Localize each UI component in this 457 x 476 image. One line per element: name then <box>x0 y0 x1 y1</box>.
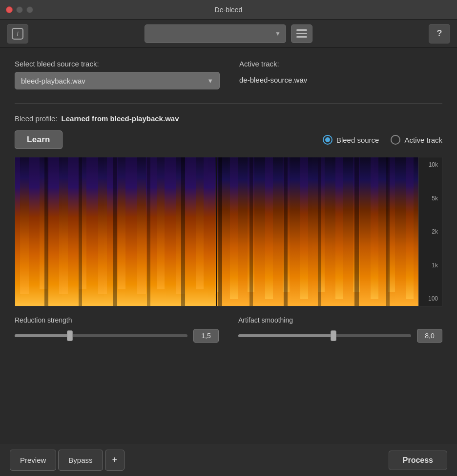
active-track-value: de-bleed-source.wav <box>239 72 307 84</box>
reduction-slider-row: 1,5 <box>15 329 219 343</box>
artifact-slider-value[interactable]: 8,0 <box>417 329 442 343</box>
active-track-label: Active track: <box>239 60 307 68</box>
radio-bleed-source-circle <box>323 135 332 145</box>
radio-bleed-source-label: Bleed source <box>336 136 379 144</box>
radio-active-track-label: Active track <box>404 136 442 144</box>
sliders-section: Reduction strength 1,5 Artifact smoothin… <box>15 316 442 343</box>
artifact-slider-track[interactable] <box>238 334 411 337</box>
close-button[interactable] <box>6 6 13 13</box>
minimize-button[interactable] <box>16 6 23 13</box>
svg-rect-17 <box>147 157 150 306</box>
svg-rect-19 <box>218 157 222 306</box>
reduction-slider-fill <box>15 334 70 337</box>
source-track-arrow-icon: ▼ <box>207 77 213 85</box>
artifact-slider-fill <box>238 334 333 337</box>
freq-1k: 1k <box>421 262 440 269</box>
svg-rect-24 <box>386 157 390 306</box>
bottom-bar: Preview Bypass + Process <box>0 444 457 476</box>
freq-100: 100 <box>421 295 440 302</box>
maximize-button[interactable] <box>26 6 33 13</box>
help-label: ? <box>437 28 442 39</box>
freq-labels: 10k 5k 2k 1k 100 <box>418 157 442 306</box>
plugin-icon: i <box>11 27 24 40</box>
svg-rect-22 <box>318 157 321 306</box>
svg-rect-3 <box>296 33 307 34</box>
reduction-slider-track[interactable] <box>15 334 187 337</box>
spectrogram-svg <box>15 157 418 306</box>
learn-radio-row: Learn Bleed source Active track <box>15 130 442 149</box>
plugin-icon-button[interactable]: i <box>7 24 28 43</box>
source-track-group: Select bleed source track: bleed-playbac… <box>15 60 220 89</box>
bleed-profile-row: Bleed profile: Learned from bleed-playba… <box>15 114 442 123</box>
spectrogram-canvas <box>15 157 418 306</box>
bleed-profile-value: Learned from bleed-playback.wav <box>62 114 179 123</box>
radio-bleed-source[interactable]: Bleed source <box>323 135 379 145</box>
help-button[interactable]: ? <box>429 24 450 43</box>
source-track-value: bleed-playback.wav <box>21 77 85 85</box>
bottom-left-buttons: Preview Bypass + <box>10 450 125 471</box>
svg-rect-20 <box>249 157 253 306</box>
svg-rect-14 <box>44 157 48 306</box>
svg-rect-2 <box>296 29 307 31</box>
svg-rect-18 <box>181 157 185 306</box>
bleed-profile-section: Bleed profile: Learned from bleed-playba… <box>15 114 442 149</box>
bypass-button[interactable]: Bypass <box>58 450 103 471</box>
svg-text:i: i <box>17 30 19 38</box>
spectrogram-container: 10k 5k 2k 1k 100 <box>15 157 442 306</box>
menu-icon <box>296 29 307 38</box>
radio-active-track[interactable]: Active track <box>391 135 442 145</box>
main-content: Select bleed source track: bleed-playbac… <box>0 48 457 364</box>
window-title: De-bleed <box>215 6 243 14</box>
reduction-strength-group: Reduction strength 1,5 <box>15 316 219 343</box>
artifact-label: Artifact smoothing <box>238 316 442 324</box>
freq-5k: 5k <box>421 195 440 202</box>
source-track-dropdown[interactable]: bleed-playback.wav ▼ <box>15 72 220 89</box>
preview-button[interactable]: Preview <box>10 450 56 471</box>
titlebar: De-bleed <box>0 0 457 20</box>
svg-rect-4 <box>296 36 307 38</box>
freq-2k: 2k <box>421 228 440 235</box>
process-button[interactable]: Process <box>389 451 447 470</box>
reduction-slider-value[interactable]: 1,5 <box>193 329 219 343</box>
active-track-group: Active track: de-bleed-source.wav <box>239 60 307 84</box>
artifact-slider-row: 8,0 <box>238 329 442 343</box>
menu-button[interactable] <box>291 24 312 43</box>
toolbar: i ▼ ? <box>0 20 457 48</box>
learn-button[interactable]: Learn <box>15 130 62 149</box>
traffic-lights <box>6 6 33 13</box>
reduction-slider-thumb[interactable] <box>67 330 73 341</box>
artifact-smoothing-group: Artifact smoothing 8,0 <box>238 316 442 343</box>
svg-rect-16 <box>113 157 117 306</box>
svg-rect-23 <box>354 157 359 306</box>
preset-dropdown[interactable]: ▼ <box>145 24 286 43</box>
bleed-profile-label: Bleed profile: <box>15 114 58 123</box>
radio-group: Bleed source Active track <box>323 135 442 145</box>
svg-rect-21 <box>284 157 288 306</box>
artifact-slider-thumb[interactable] <box>331 330 336 341</box>
freq-10k: 10k <box>421 161 440 168</box>
plus-button[interactable]: + <box>105 450 125 471</box>
separator-1 <box>15 103 442 104</box>
svg-rect-15 <box>79 157 82 306</box>
dropdown-arrow-icon: ▼ <box>275 30 281 37</box>
reduction-label: Reduction strength <box>15 316 219 324</box>
source-track-label: Select bleed source track: <box>15 60 220 68</box>
radio-active-track-circle <box>391 135 400 145</box>
track-selection: Select bleed source track: bleed-playbac… <box>15 60 442 89</box>
